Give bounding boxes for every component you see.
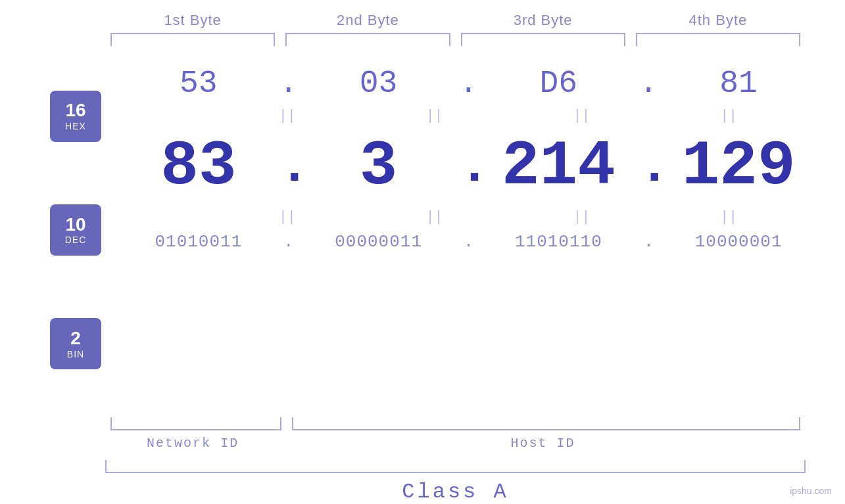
byte2-header: 2nd Byte	[280, 12, 455, 29]
eq1-spacer2	[498, 108, 518, 124]
dot-hex-1: .	[279, 66, 299, 101]
bracket-network	[110, 417, 281, 430]
dec-b1: 83	[118, 131, 279, 202]
byte-headers: 1st Byte 2nd Byte 3rd Byte 4th Byte	[0, 0, 845, 29]
bin-b2: 00000011	[299, 232, 459, 252]
bin-badge-name: BIN	[67, 349, 84, 359]
hex-b1: 53	[118, 66, 279, 101]
eq2-b3: ||	[518, 209, 646, 225]
dec-b4: 129	[658, 131, 819, 202]
hex-b3: D6	[479, 66, 639, 101]
hex-badge-number: 16	[65, 101, 85, 121]
dot-hex-2: .	[459, 66, 479, 101]
eq1-b4: ||	[665, 108, 792, 124]
bin-b4: 10000001	[658, 232, 819, 252]
eq1-spacer3	[645, 108, 665, 124]
bracket-host	[292, 417, 800, 430]
class-bracket	[105, 460, 806, 473]
byte4-header: 4th Byte	[631, 12, 806, 29]
dot-bin-1: .	[279, 232, 299, 252]
byte1-header: 1st Byte	[105, 12, 280, 29]
equals-row-1: || || || ||	[118, 108, 819, 124]
byte3-header: 3rd Byte	[456, 12, 631, 29]
eq2-spacer3	[645, 209, 665, 225]
content-area: 16 HEX 10 DEC 2 BIN 53 . 03 . D6 . 81	[0, 46, 845, 414]
bin-badge-number: 2	[70, 329, 81, 349]
class-label: Class A	[105, 480, 806, 504]
bracket-top-4	[636, 33, 800, 46]
equals-row-2: || || || ||	[118, 209, 819, 225]
values-area: 53 . 03 . D6 . 81 || || || || 83	[118, 46, 819, 414]
hex-badge: 16 HEX	[50, 91, 101, 142]
bin-b3: 11010110	[479, 232, 639, 252]
dec-badge: 10 DEC	[50, 204, 101, 256]
dot-dec-3: .	[639, 141, 658, 193]
main-container: 1st Byte 2nd Byte 3rd Byte 4th Byte 16 H…	[0, 0, 845, 504]
dot-hex-3: .	[639, 66, 658, 101]
bottom-brackets	[105, 417, 806, 430]
bottom-section: Network ID Host ID	[0, 417, 845, 451]
dec-badge-name: DEC	[65, 235, 87, 245]
class-section: Class A	[0, 460, 845, 504]
dot-bin-2: .	[459, 232, 479, 252]
bracket-top-1	[110, 33, 275, 46]
eq2-spacer2	[498, 209, 518, 225]
bin-b1: 01010011	[118, 232, 279, 252]
watermark: ipshu.com	[790, 486, 832, 496]
dec-row: 83 . 3 . 214 . 129	[118, 124, 819, 209]
eq2-b2: ||	[371, 209, 498, 225]
eq1-b1: ||	[224, 108, 351, 124]
eq2-b4: ||	[665, 209, 792, 225]
host-id-label: Host ID	[280, 436, 806, 451]
dot-bin-3: .	[639, 232, 658, 252]
id-labels: Network ID Host ID	[105, 436, 806, 451]
hex-b2: 03	[299, 66, 459, 101]
eq2-b1: ||	[224, 209, 351, 225]
eq1-b3: ||	[518, 108, 646, 124]
bin-row: 01010011 . 00000011 . 11010110 . 1000000…	[118, 225, 819, 255]
labels-col: 16 HEX 10 DEC 2 BIN	[33, 46, 118, 414]
dec-badge-number: 10	[65, 215, 85, 235]
bin-badge: 2 BIN	[50, 318, 101, 369]
bracket-top-2	[285, 33, 450, 46]
dec-b2: 3	[299, 131, 459, 202]
eq2-spacer1	[351, 209, 371, 225]
dot-dec-2: .	[459, 141, 479, 193]
top-brackets	[0, 33, 845, 46]
bracket-top-3	[461, 33, 625, 46]
eq1-spacer1	[351, 108, 371, 124]
hex-badge-name: HEX	[65, 121, 86, 131]
network-id-label: Network ID	[105, 436, 280, 451]
eq1-b2: ||	[371, 108, 498, 124]
hex-b4: 81	[658, 66, 819, 101]
hex-row: 53 . 03 . D6 . 81	[118, 46, 819, 108]
dot-dec-1: .	[279, 141, 299, 193]
dec-b3: 214	[479, 131, 639, 202]
